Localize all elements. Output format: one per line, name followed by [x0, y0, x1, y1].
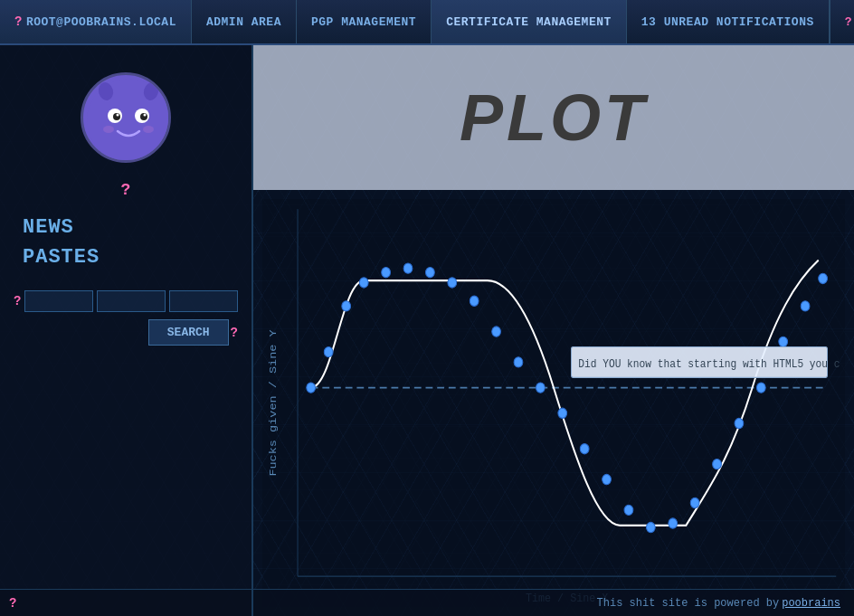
- nav-question-icons[interactable]: ? ?: [830, 0, 854, 43]
- svg-point-28: [580, 444, 589, 454]
- svg-point-9: [103, 126, 114, 133]
- svg-point-30: [624, 505, 633, 515]
- svg-point-19: [382, 268, 391, 278]
- search-button[interactable]: SEARCH: [148, 319, 229, 346]
- nav-cert-label: CERTIFICATE MANAGEMENT: [446, 15, 612, 29]
- bottom-question-icon: ?: [9, 596, 16, 611]
- nav-admin-label: ADMIN AREA: [206, 15, 281, 29]
- avatar-svg: [83, 75, 171, 163]
- main-layout: ? NEWS PASTES ? SEARCH ? PLOT: [0, 45, 854, 616]
- chart-tooltip: Did YOU know that starting with HTML5 yo…: [578, 357, 840, 371]
- nav-help-icon-1: ?: [845, 15, 852, 29]
- y-axis-label: Fucks given / Sine Y: [266, 329, 279, 477]
- sidebar-nav: NEWS PASTES: [14, 213, 238, 272]
- sidebar-question-icon: ?: [121, 181, 131, 199]
- svg-point-21: [426, 268, 435, 278]
- svg-point-36: [756, 383, 765, 393]
- nav-user-area[interactable]: ? ROOT@POOBRAINS.LOCAL: [0, 0, 192, 43]
- svg-point-25: [514, 357, 523, 367]
- footer-link[interactable]: poobrains: [782, 597, 840, 610]
- chart-svg: Fucks given / Sine Y Time / Sine X: [262, 199, 845, 607]
- search-input-3[interactable]: [169, 290, 238, 312]
- nav-notifications[interactable]: 13 UNREAD NOTIFICATIONS: [627, 0, 830, 43]
- plot-header: PLOT: [253, 45, 854, 190]
- nav-user-label: ROOT@POOBRAINS.LOCAL: [26, 15, 176, 29]
- avatar-container: [81, 72, 171, 163]
- pastes-link[interactable]: PASTES: [14, 242, 238, 272]
- svg-point-24: [492, 327, 501, 336]
- footer-text: This shit site is powered by: [597, 597, 780, 610]
- svg-point-10: [143, 126, 154, 133]
- bottom-content-area: This shit site is powered by poobrains: [253, 589, 854, 616]
- svg-point-7: [117, 114, 119, 117]
- svg-point-27: [558, 408, 567, 418]
- sidebar: ? NEWS PASTES ? SEARCH ?: [0, 45, 253, 616]
- svg-point-18: [359, 278, 368, 288]
- svg-point-35: [735, 418, 744, 428]
- svg-point-38: [801, 301, 810, 311]
- nav-certificate-management[interactable]: CERTIFICATE MANAGEMENT: [432, 0, 627, 43]
- svg-point-26: [536, 383, 545, 393]
- svg-point-37: [779, 336, 788, 346]
- svg-point-39: [819, 273, 828, 283]
- nav-pgp-management[interactable]: PGP MANAGEMENT: [297, 0, 432, 43]
- svg-point-17: [342, 301, 351, 311]
- svg-point-22: [448, 278, 457, 288]
- news-link[interactable]: NEWS: [14, 213, 238, 242]
- avatar: [81, 72, 171, 163]
- user-question-icon: ?: [14, 14, 23, 29]
- svg-point-15: [307, 383, 316, 393]
- nav-admin-area[interactable]: ADMIN AREA: [192, 0, 297, 43]
- content-area: PLOT Fucks given / Sine Y Time / Sine X: [253, 45, 854, 616]
- plot-title: PLOT: [460, 81, 648, 155]
- search-question-icon: ?: [14, 294, 21, 308]
- svg-point-23: [470, 296, 479, 306]
- svg-point-32: [669, 518, 678, 528]
- svg-rect-11: [262, 199, 845, 607]
- bottom-sidebar-area: ?: [0, 589, 253, 616]
- nav-notif-label: 13 UNREAD NOTIFICATIONS: [641, 15, 814, 29]
- bottom-bar: ? This shit site is powered by poobrains: [0, 589, 854, 616]
- navbar: ? ROOT@POOBRAINS.LOCAL ADMIN AREA PGP MA…: [0, 0, 854, 45]
- search-input-2[interactable]: [97, 290, 166, 312]
- nav-pgp-label: PGP MANAGEMENT: [311, 15, 416, 29]
- svg-point-31: [646, 522, 655, 532]
- svg-point-16: [324, 346, 333, 356]
- svg-point-34: [713, 460, 722, 469]
- search-area: ? SEARCH ?: [14, 290, 238, 346]
- search-input-1[interactable]: [24, 290, 93, 312]
- svg-point-33: [690, 498, 699, 507]
- svg-point-20: [403, 263, 413, 273]
- search-row: ?: [14, 290, 238, 312]
- chart-area: Fucks given / Sine Y Time / Sine X: [253, 190, 854, 616]
- svg-point-29: [603, 474, 612, 484]
- svg-point-8: [144, 114, 147, 117]
- search-button-question: ?: [231, 326, 238, 340]
